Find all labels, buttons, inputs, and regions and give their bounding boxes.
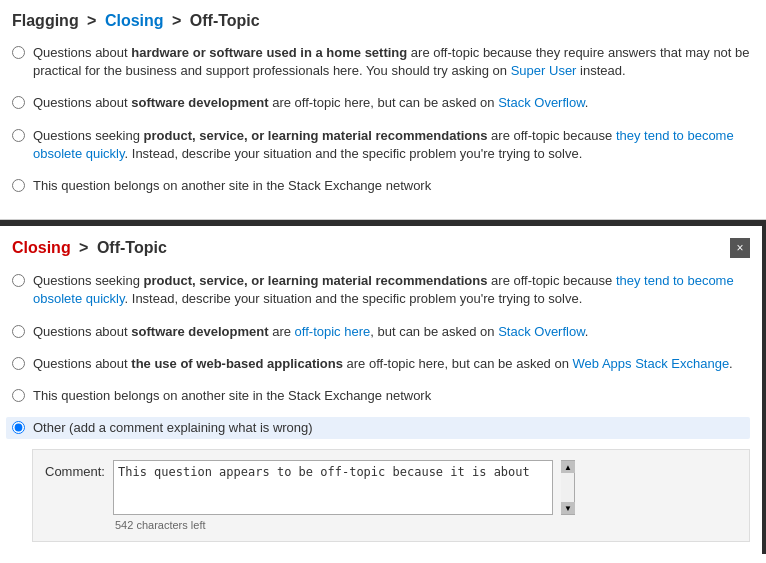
bot-option-4: This question belongs on another site in… [12,385,750,407]
bot-option-1: Questions seeking product, service, or l… [12,270,750,310]
comment-row: Comment: ▲ ▼ [45,460,737,515]
comment-textarea[interactable] [113,460,553,515]
bot-option-3: Questions about the use of web-based app… [12,353,750,375]
top-radio-3[interactable] [12,129,25,142]
bc-offtopic-bottom: Off-Topic [97,239,167,256]
top-option-1-label[interactable]: Questions about hardware or software use… [33,44,750,80]
comment-label: Comment: [45,460,105,479]
bot-option-1-label[interactable]: Questions seeking product, service, or l… [33,272,750,308]
top-option-2-label[interactable]: Questions about software development are… [33,94,588,112]
top-option-3-label[interactable]: Questions seeking product, service, or l… [33,127,750,163]
bottom-breadcrumb: Closing > Off-Topic [12,239,167,257]
comment-area: Comment: ▲ ▼ 542 characters left [32,449,750,542]
scroll-up-arrow[interactable]: ▲ [561,461,575,473]
top-option-4-label[interactable]: This question belongs on another site in… [33,177,431,195]
top-option-4: This question belongs on another site in… [12,175,750,197]
right-accent-bar [762,226,766,554]
bottom-panel: Closing > Off-Topic × Questions seeking … [0,226,766,554]
bot-radio-4[interactable] [12,389,25,402]
bot-option-2-label[interactable]: Questions about software development are… [33,323,588,341]
bc-offtopic-top: Off-Topic [190,12,260,29]
top-option-1: Questions about hardware or software use… [12,42,750,82]
top-option-2: Questions about software development are… [12,92,750,114]
top-panel: Flagging > Closing > Off-Topic Questions… [0,0,766,220]
bot-radio-3[interactable] [12,357,25,370]
scroll-down-arrow[interactable]: ▼ [561,502,575,514]
chars-left: 542 characters left [115,519,737,531]
bc-closing-top: Closing [105,12,164,29]
close-button[interactable]: × [730,238,750,258]
bot-option-4-label[interactable]: This question belongs on another site in… [33,387,431,405]
bot-option-5-label[interactable]: Other (add a comment explaining what is … [33,419,313,437]
top-breadcrumb: Flagging > Closing > Off-Topic [12,12,750,30]
bot-radio-5[interactable] [12,421,25,434]
top-radio-4[interactable] [12,179,25,192]
top-radio-1[interactable] [12,46,25,59]
bc-closing-bottom: Closing [12,239,71,256]
bot-radio-2[interactable] [12,325,25,338]
top-radio-2[interactable] [12,96,25,109]
bc-flagging: Flagging [12,12,79,29]
bot-radio-1[interactable] [12,274,25,287]
bottom-header: Closing > Off-Topic × [12,238,750,258]
bot-option-3-label[interactable]: Questions about the use of web-based app… [33,355,733,373]
bot-option-2: Questions about software development are… [12,321,750,343]
bot-option-5: Other (add a comment explaining what is … [6,417,750,439]
scrollbar: ▲ ▼ [561,460,575,515]
top-option-3: Questions seeking product, service, or l… [12,125,750,165]
